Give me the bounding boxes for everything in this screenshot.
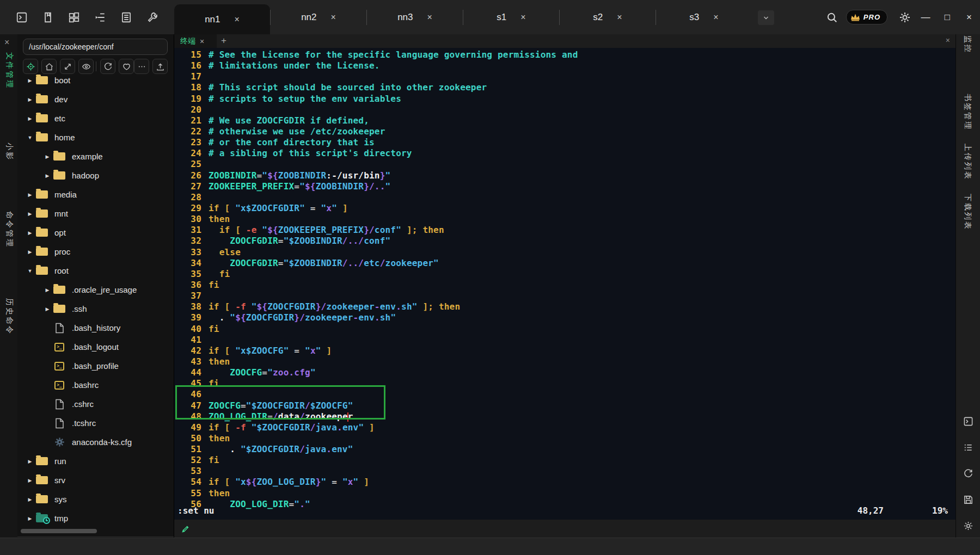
left-rail-item-4[interactable]: 历史命令	[4, 298, 14, 335]
code-line-47: 47ZOOCFG="$ZOOCFGDIR/$ZOOCFG"	[183, 400, 955, 411]
tools-icon[interactable]	[144, 9, 161, 26]
tree-item-.bash_history[interactable]: .bash_history	[17, 318, 174, 337]
tree-item-.bashrc[interactable]: >_.bashrc	[17, 375, 174, 394]
search-button[interactable]	[822, 8, 842, 27]
tab-list-dropdown-button[interactable]	[758, 10, 774, 25]
sessions-icon[interactable]	[118, 9, 135, 26]
tree-item-hadoop[interactable]: ▶hadoop	[17, 166, 174, 185]
caret-icon[interactable]: ▶	[25, 478, 35, 483]
tree-item-boot[interactable]: ▶boot	[17, 71, 174, 90]
close-tab-icon[interactable]: ×	[331, 13, 336, 22]
highlighter-pen-icon[interactable]	[181, 524, 191, 534]
caret-icon[interactable]: ▶	[25, 516, 35, 521]
terminal-tab[interactable]: 终端 ×	[174, 34, 217, 48]
close-tab-icon[interactable]: ×	[427, 13, 432, 22]
folder-icon	[52, 152, 66, 161]
code-line-19: 19# scripts to setup the env variables	[183, 94, 955, 104]
tree-item-media[interactable]: ▶media	[17, 185, 174, 204]
tree-item-root[interactable]: ▼root	[17, 261, 174, 280]
maximize-button[interactable]: □	[936, 0, 958, 34]
session-tab-s1[interactable]: s1×	[463, 0, 559, 34]
tree-item-.bash_logout[interactable]: >_.bash_logout	[17, 337, 174, 356]
list-icon[interactable]	[963, 441, 975, 453]
caret-icon[interactable]: ▶	[25, 459, 35, 464]
save-icon[interactable]	[963, 494, 975, 505]
code-line-21: 21# We use ZOOCFGDIR if defined,	[183, 115, 955, 126]
tree-item-example[interactable]: ▶example	[17, 147, 174, 166]
caret-icon[interactable]: ▶	[42, 154, 52, 159]
caret-icon[interactable]: ▶	[42, 287, 52, 293]
close-tab-icon[interactable]: ×	[713, 13, 718, 22]
tree-item-sys[interactable]: ▶sys	[17, 490, 174, 509]
code-line-32: 32 ZOOCFGDIR="$ZOOBINDIR/../conf"	[183, 236, 955, 246]
tree-item-tmp[interactable]: ▶tmp	[17, 509, 174, 528]
tree-item-.cshrc[interactable]: .cshrc	[17, 394, 174, 414]
caret-icon[interactable]: ▶	[25, 116, 35, 121]
layout-icon[interactable]	[65, 9, 83, 26]
terminal-panel[interactable]: 终端 × + × 15# See the License for the spe…	[174, 34, 955, 538]
close-tab-icon[interactable]: ×	[235, 15, 240, 24]
folder-icon	[35, 209, 49, 218]
caret-icon[interactable]: ▶	[25, 211, 35, 217]
tree-item-etc[interactable]: ▶etc	[17, 109, 174, 128]
right-rail-item-2[interactable]: 书签管理	[963, 94, 972, 131]
caret-icon[interactable]: ▶	[25, 97, 35, 102]
caret-icon[interactable]: ▶	[25, 497, 35, 502]
tree-item-opt[interactable]: ▶opt	[17, 223, 174, 242]
close-terminal-tab-icon[interactable]: ×	[200, 37, 204, 46]
terminal-icon[interactable]	[13, 9, 30, 26]
tree-item-srv[interactable]: ▶srv	[17, 471, 174, 490]
tree-horizontal-scrollbar[interactable]	[21, 529, 97, 533]
caret-icon[interactable]: ▼	[25, 268, 35, 274]
caret-icon[interactable]: ▶	[25, 192, 35, 198]
close-tab-icon[interactable]: ×	[617, 13, 622, 22]
terminal-icon[interactable]	[963, 415, 975, 427]
tree-item-.oracle_jre_usage[interactable]: ▶.oracle_jre_usage	[17, 280, 174, 299]
caret-icon[interactable]: ▶	[25, 78, 35, 83]
left-rail-item-1[interactable]: 文件管理	[4, 52, 14, 89]
session-tab-s2[interactable]: s2×	[560, 0, 656, 34]
tree-item-anaconda-ks.cfg[interactable]: anaconda-ks.cfg	[17, 433, 174, 452]
session-tab-nn2[interactable]: nn2×	[271, 0, 366, 34]
line-number: 23	[183, 137, 201, 148]
tree-item-mnt[interactable]: ▶mnt	[17, 204, 174, 223]
tree-item-home[interactable]: ▼home	[17, 128, 174, 147]
path-input[interactable]	[23, 39, 168, 55]
session-tab-s3[interactable]: s3×	[656, 0, 752, 34]
settings-button[interactable]	[895, 8, 915, 27]
refresh-icon[interactable]	[963, 467, 975, 479]
tree-item-.bash_profile[interactable]: >_.bash_profile	[17, 356, 174, 375]
bookmark-icon[interactable]	[39, 9, 57, 26]
tree-item-dev[interactable]: ▶dev	[17, 90, 174, 109]
caret-icon[interactable]: ▶	[25, 230, 35, 236]
close-terminal-strip-icon[interactable]: ×	[946, 36, 950, 45]
right-rail-item-1[interactable]: 监控	[963, 35, 972, 54]
right-rail-item-3[interactable]: 上传列表	[963, 144, 972, 181]
tree-item-proc[interactable]: ▶proc	[17, 242, 174, 261]
close-panel-icon[interactable]: ×	[4, 38, 9, 47]
session-tab-nn3[interactable]: nn3×	[367, 0, 463, 34]
left-rail-item-2[interactable]: 小影	[4, 143, 14, 161]
connections-icon[interactable]	[91, 9, 109, 26]
tree-item-run[interactable]: ▶run	[17, 452, 174, 471]
session-tab-nn1[interactable]: nn1×	[174, 4, 270, 34]
tree-item-.tcshrc[interactable]: .tcshrc	[17, 414, 174, 433]
tree-item-.ssh[interactable]: ▶.ssh	[17, 299, 174, 318]
caret-icon[interactable]: ▶	[42, 306, 52, 312]
close-window-button[interactable]: ×	[958, 0, 980, 34]
settings-icon[interactable]	[963, 520, 975, 532]
tree-item-label: tmp	[54, 514, 68, 523]
minimize-button[interactable]: —	[915, 0, 936, 34]
close-tab-icon[interactable]: ×	[520, 13, 525, 22]
caret-icon[interactable]: ▶	[25, 249, 35, 255]
folder-icon	[35, 248, 49, 256]
line-number: 18	[183, 82, 201, 93]
pro-badge[interactable]: PRO	[846, 10, 887, 24]
caret-icon[interactable]: ▶	[42, 173, 52, 178]
caret-icon[interactable]: ▼	[25, 135, 35, 140]
new-terminal-tab-button[interactable]: +	[221, 35, 226, 46]
tree-item-label: .bash_profile	[72, 361, 119, 371]
vim-editor-content[interactable]: 15# See the License for the specific lan…	[174, 48, 955, 520]
right-rail-item-4[interactable]: 下载列表	[963, 194, 972, 231]
left-rail-item-3[interactable]: 命令管理	[4, 211, 14, 248]
